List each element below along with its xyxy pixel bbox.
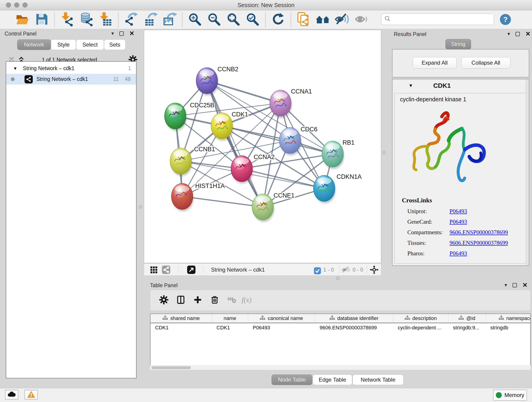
zoom-out-button[interactable] — [205, 11, 224, 28]
control-panel-close-icon[interactable]: ✕ — [129, 31, 134, 36]
table-header-row: shared namenamecanonical namedatabase id… — [151, 314, 530, 323]
warnings-button[interactable] — [25, 390, 38, 400]
tab-select[interactable]: Select — [76, 39, 104, 50]
sitemap-icon — [260, 315, 265, 321]
selected-count: 1 - 0 — [323, 267, 334, 273]
edge-HIST1H1A-CCNE1[interactable] — [182, 196, 263, 207]
collection-expander-icon[interactable]: ▼ — [13, 66, 17, 71]
apply-preferred-layout-button[interactable] — [268, 11, 288, 28]
node-CCNA1[interactable] — [270, 90, 292, 118]
left-splitter-handle[interactable] — [139, 205, 142, 209]
results-scrollbar[interactable] — [526, 79, 529, 265]
node-CCNB2[interactable] — [196, 68, 218, 96]
crosslink-value-link[interactable]: 9606.ENSP00000378699 — [450, 240, 508, 246]
tab-network-table[interactable]: Network Table — [353, 375, 404, 385]
network-canvas[interactable]: CCNB2CCNA1CDC25BCDK1CDC6RB1CCNB1CCNA2CDK… — [144, 30, 381, 263]
tab-style[interactable]: Style — [51, 39, 76, 50]
table-cell: CDK1 — [212, 323, 248, 332]
grid-view-icon[interactable] — [149, 265, 158, 274]
open-session-button[interactable] — [13, 11, 32, 28]
import-table-from-file-button[interactable] — [96, 11, 115, 28]
column-header-namespace[interactable]: namespace — [486, 314, 531, 323]
memory-button[interactable]: Memory — [493, 390, 527, 401]
node-CDK1[interactable] — [211, 113, 233, 141]
right-splitter-handle[interactable] — [382, 151, 386, 154]
hide-selected-button[interactable] — [332, 11, 352, 28]
network-snapshot-button[interactable] — [294, 11, 313, 28]
node-HIST1H1A[interactable] — [171, 183, 194, 211]
node-RB1[interactable] — [322, 141, 344, 169]
bottom-splitter-handle[interactable] — [336, 276, 340, 280]
collapse-all-button[interactable]: Collapse All — [461, 57, 510, 69]
results-panel-collapse-icon[interactable]: ▾ — [507, 32, 510, 36]
tab-string[interactable]: String — [445, 39, 471, 50]
results-panel-title: Results Panel — [394, 31, 426, 37]
node-CCNB1[interactable] — [170, 148, 192, 176]
tab-network[interactable]: Network — [17, 39, 51, 50]
show-column-panel-button[interactable] — [172, 292, 189, 308]
tab-node-table[interactable]: Node Table — [272, 375, 312, 385]
import-network-from-file-button[interactable] — [57, 11, 77, 28]
zoom-in-button[interactable] — [185, 11, 205, 28]
table-row[interactable]: CDK1CDK1P064939606.ENSP00000378699cyclin… — [151, 323, 530, 332]
network-row[interactable]: String Network – cdk1 11 48 — [6, 74, 136, 85]
results-panel-float-icon[interactable] — [515, 32, 520, 36]
column-header-shared-name[interactable]: shared name — [151, 314, 212, 323]
search-input[interactable] — [391, 16, 488, 23]
zoom-out-icon — [207, 12, 222, 28]
table-hscrollbar-thumb[interactable] — [152, 366, 191, 369]
show-all-button[interactable] — [352, 11, 371, 28]
node-table: shared namenamecanonical namedatabase id… — [150, 313, 531, 370]
node-CDC25B[interactable] — [165, 103, 187, 131]
selected-checkbox-icon[interactable] — [313, 266, 322, 275]
network-share-icon[interactable] — [162, 265, 171, 274]
export-table-button[interactable] — [141, 11, 160, 28]
first-neighbors-button[interactable] — [313, 11, 332, 28]
node-CDKN1A[interactable] — [313, 175, 336, 204]
node-CCNE1[interactable] — [252, 194, 274, 222]
results-panel-close-icon[interactable]: ✕ — [525, 32, 531, 36]
node-CDC6[interactable] — [279, 128, 302, 156]
save-session-button[interactable] — [32, 11, 51, 28]
function-builder-disabled-button: f(x) — [240, 292, 257, 308]
table-options-gear-button[interactable] — [155, 292, 172, 308]
create-column-button[interactable] — [189, 292, 206, 308]
node-CCNA2[interactable] — [231, 156, 253, 184]
search-box[interactable] — [381, 13, 494, 25]
table-panel-collapse-icon[interactable]: ▾ — [505, 283, 507, 287]
zoom-fit-content-button[interactable] — [224, 11, 243, 28]
column-header--id[interactable]: @id — [448, 314, 486, 323]
export-image-button[interactable] — [160, 11, 179, 28]
cloud-button[interactable] — [5, 390, 18, 400]
tab-sets[interactable]: Sets — [104, 39, 126, 50]
delete-columns-trash-button[interactable] — [206, 292, 223, 308]
crosslink-value-link[interactable]: P06493 — [450, 219, 467, 225]
column-header-canonical-name[interactable]: canonical name — [248, 314, 315, 323]
tab-edge-table[interactable]: Edge Table — [313, 375, 352, 385]
table-cell: stringdb:9... — [448, 323, 486, 332]
column-header-database-identifier[interactable]: database identifier — [315, 314, 393, 323]
table-hscrollbar[interactable] — [150, 365, 531, 370]
control-panel-collapse-icon[interactable]: ▾ — [111, 31, 114, 36]
table-panel-float-icon[interactable] — [513, 283, 517, 287]
control-panel-title: Control Panel — [5, 31, 36, 37]
crosslink-value-link[interactable]: 9606.ENSP00000378699 — [450, 229, 508, 236]
network-graph[interactable]: CCNB2CCNA1CDC25BCDK1CDC6RB1CCNB1CCNA2CDK… — [144, 30, 381, 263]
crosslink-row: Pharos: P06493 — [407, 248, 522, 259]
toolbar-separator — [54, 12, 55, 27]
zoom-selected-region-button[interactable] — [243, 11, 262, 28]
column-header-name[interactable]: name — [212, 314, 248, 323]
open-view-in-window-icon[interactable] — [187, 265, 196, 274]
column-header-description[interactable]: description — [393, 314, 448, 323]
gene-expander-icon[interactable]: ▼ — [409, 83, 413, 88]
control-panel-float-icon[interactable] — [119, 32, 124, 36]
network-collection-row[interactable]: ▼ String Network – cdk1 1 — [6, 63, 136, 74]
export-network-button[interactable] — [121, 11, 141, 28]
expand-all-button[interactable]: Expand All — [413, 57, 457, 69]
crosshair-icon[interactable] — [370, 265, 379, 274]
crosslink-value-link[interactable]: P06493 — [450, 250, 467, 257]
help-button[interactable]: ? — [500, 14, 511, 25]
crosslink-value-link[interactable]: P06493 — [450, 208, 467, 215]
import-network-from-database-button[interactable] — [77, 11, 96, 28]
table-panel-close-icon[interactable]: ✕ — [522, 283, 528, 287]
